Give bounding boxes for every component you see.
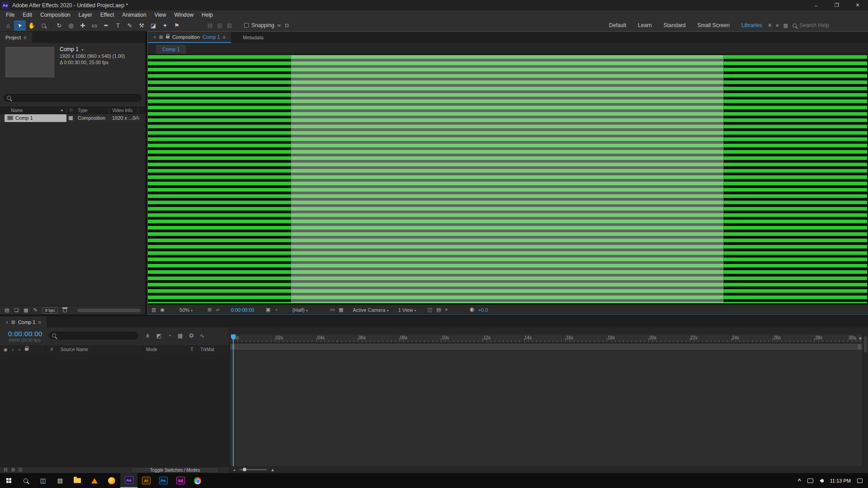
volume-icon[interactable]	[820, 479, 824, 483]
lock-icon[interactable]	[25, 348, 28, 351]
graph-editor-icon[interactable]: ∿	[200, 333, 204, 339]
panel-menu-icon[interactable]: ≡	[223, 34, 226, 40]
adjust-icon[interactable]: ✎	[33, 307, 38, 313]
workspace-standard[interactable]: Standard	[664, 22, 686, 28]
puppet-pin-tool-icon[interactable]: ⚑	[171, 20, 183, 31]
horizontal-scrollbar[interactable]	[77, 309, 141, 312]
eraser-tool-icon[interactable]: ◪	[147, 20, 159, 31]
menu-window[interactable]: Window	[170, 12, 198, 18]
search-help-input[interactable]	[799, 22, 863, 28]
menu-effect[interactable]: Effect	[96, 12, 118, 18]
column-video-info[interactable]: Video Info	[112, 108, 132, 113]
workspace-libraries[interactable]: Libraries	[741, 22, 762, 28]
transparency-grid-icon[interactable]: ▦	[339, 307, 343, 313]
bit-depth-button[interactable]: 8 bpc	[42, 307, 58, 314]
pixel-aspect-icon[interactable]: ▤	[436, 307, 441, 313]
hand-tool-icon[interactable]: ✋	[26, 20, 38, 31]
new-folder-icon[interactable]: ❏	[14, 307, 19, 313]
menu-view[interactable]: View	[151, 12, 170, 18]
column-source-name[interactable]: Source Name	[58, 346, 143, 352]
current-time-display[interactable]: 0:00:00:00	[8, 330, 42, 338]
panel-switcher-icon[interactable]: ▥	[783, 23, 788, 28]
zoom-out-icon[interactable]: ▲	[233, 468, 236, 471]
zoom-tool-icon[interactable]	[38, 20, 49, 31]
column-trkmat[interactable]: TrkMat	[198, 346, 229, 352]
composition-mini-flowchart-icon[interactable]: ⋔	[146, 333, 150, 339]
frame-blending-icon[interactable]: ▦	[178, 333, 183, 339]
column-layer-number[interactable]: #	[46, 346, 58, 352]
timeline-search-input[interactable]	[49, 332, 138, 339]
menu-edit[interactable]: Edit	[19, 12, 36, 18]
menu-help[interactable]: Help	[198, 12, 217, 18]
pen-tool-icon[interactable]: ✒	[100, 20, 112, 31]
label-swatch[interactable]	[69, 116, 73, 120]
column-t[interactable]: T	[187, 346, 198, 352]
sort-asc-icon[interactable]: ▲	[60, 108, 64, 112]
menu-layer[interactable]: Layer	[75, 12, 96, 18]
new-composition-icon[interactable]: ▦	[24, 307, 28, 313]
snapping-checkbox[interactable]	[244, 23, 249, 28]
panel-menu-icon[interactable]: ≡	[38, 319, 41, 325]
clone-stamp-tool-icon[interactable]: ⚒	[136, 20, 147, 31]
audio-icon[interactable]: ♪	[12, 347, 14, 352]
preview-monitor-icon[interactable]: ▥	[151, 307, 156, 313]
interpret-footage-icon[interactable]: ▤	[5, 307, 9, 313]
camera-tool-icon[interactable]: ◎	[65, 20, 77, 31]
zoom-slider-knob[interactable]	[243, 468, 246, 471]
magnification-select[interactable]: 50%▾	[179, 307, 193, 313]
scrollbar-thumb[interactable]	[864, 336, 867, 352]
rectangle-tool-icon[interactable]: ▭	[89, 20, 100, 31]
table-row[interactable]: Comp 1 Composition 1920 x ...0 ⁂	[0, 114, 145, 122]
work-area-bar[interactable]	[230, 343, 863, 350]
close-button[interactable]: ✕	[847, 0, 868, 10]
track-area[interactable]	[230, 350, 863, 466]
motion-blur-icon[interactable]: ✪	[189, 333, 193, 339]
close-tab-icon[interactable]: ×	[5, 319, 8, 325]
vlc-button[interactable]	[86, 473, 103, 488]
viewer-tab-comp1[interactable]: Comp 1	[156, 45, 186, 54]
roto-brush-tool-icon[interactable]: ✦	[159, 20, 171, 31]
expand-layer-switches-icon[interactable]: ⊟	[4, 467, 7, 472]
home-icon[interactable]: ⌂	[2, 20, 14, 31]
menu-animation[interactable]: Animation	[118, 12, 150, 18]
workspace-learn[interactable]: Learn	[638, 22, 652, 28]
close-tab-icon[interactable]: ×	[153, 34, 156, 40]
preview-time[interactable]: 0:00:00:00	[231, 307, 255, 313]
notification-center-icon[interactable]	[857, 479, 863, 483]
workspace-menu-icon[interactable]: ≡	[768, 22, 771, 28]
workspace-overflow-icon[interactable]: »	[776, 22, 779, 28]
minimize-button[interactable]: –	[806, 0, 826, 10]
share-view-icon[interactable]: ◫	[428, 307, 432, 313]
expand-transfer-controls-icon[interactable]: ⊞	[11, 467, 14, 472]
tray-expand-icon[interactable]: ^	[798, 478, 801, 484]
camera-select[interactable]: Active Camera▾	[353, 307, 389, 313]
show-channel-icon[interactable]: ◔	[274, 307, 278, 313]
workspace-default[interactable]: Default	[609, 22, 626, 28]
firefox-button[interactable]	[103, 473, 120, 488]
zoom-slider[interactable]	[239, 469, 267, 470]
column-type[interactable]: Type	[78, 108, 88, 113]
snap-option-icon-2[interactable]: ⊡	[285, 23, 289, 28]
delete-icon[interactable]	[63, 308, 67, 312]
taskbar-search-button[interactable]	[17, 473, 34, 488]
illustrator-button[interactable]: Ai	[137, 473, 155, 488]
selection-tool-icon[interactable]: ➤	[14, 20, 26, 31]
toggle-switches-modes-button[interactable]: Toggle Switches / Modes	[131, 467, 219, 473]
file-explorer-button[interactable]	[69, 473, 86, 488]
lock-icon[interactable]	[166, 36, 170, 38]
snap-option-icon-1[interactable]: ≍	[277, 23, 281, 28]
after-effects-button[interactable]: Ae	[120, 473, 137, 488]
snapshot-icon[interactable]: ▣	[266, 307, 270, 313]
always-preview-icon[interactable]: ◉	[160, 307, 165, 313]
pan-behind-tool-icon[interactable]: ✚	[77, 20, 89, 31]
resolution-select[interactable]: (Half)▾	[292, 307, 308, 313]
brush-tool-icon[interactable]: ✎	[124, 20, 136, 31]
vertical-scrollbar[interactable]	[863, 334, 868, 466]
label-column-icon[interactable]: ⚐	[69, 108, 73, 113]
panel-menu-icon[interactable]: ≡	[24, 35, 26, 40]
time-ruler[interactable]: 0s 02s 04s 06s 08s 10s 12s 14s 16s 18s 2…	[230, 334, 863, 343]
column-mode[interactable]: Mode	[143, 346, 187, 352]
mask-visibility-icon[interactable]: ▱	[216, 307, 219, 313]
solo-icon[interactable]: ○	[18, 347, 21, 352]
column-name[interactable]: Name	[11, 108, 23, 113]
